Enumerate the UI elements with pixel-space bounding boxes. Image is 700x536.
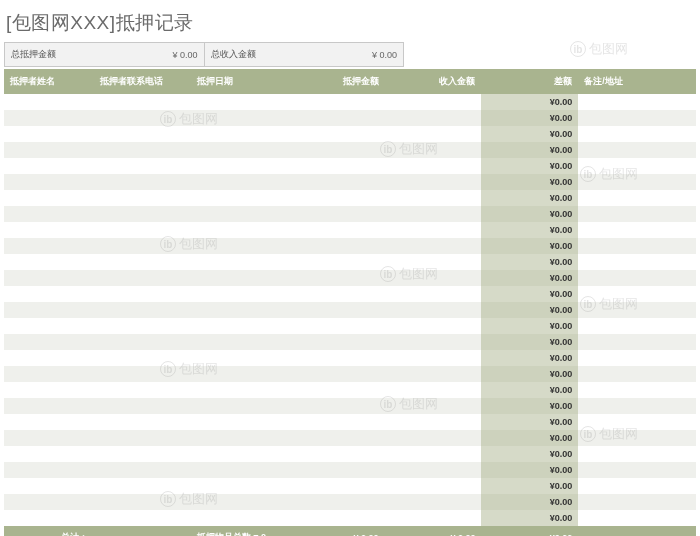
cell-date[interactable] xyxy=(191,350,288,366)
cell-note[interactable] xyxy=(578,254,696,270)
cell-amount[interactable] xyxy=(288,206,385,222)
cell-note[interactable] xyxy=(578,206,696,222)
cell-diff[interactable]: ¥0.00 xyxy=(481,206,578,222)
cell-diff[interactable]: ¥0.00 xyxy=(481,238,578,254)
cell-amount[interactable] xyxy=(288,126,385,142)
table-row[interactable]: ¥0.00 xyxy=(4,510,696,526)
cell-phone[interactable] xyxy=(94,110,191,126)
table-row[interactable]: ¥0.00 xyxy=(4,222,696,238)
cell-name[interactable] xyxy=(4,142,94,158)
cell-date[interactable] xyxy=(191,190,288,206)
cell-amount[interactable] xyxy=(288,270,385,286)
cell-income[interactable] xyxy=(385,478,482,494)
cell-date[interactable] xyxy=(191,158,288,174)
table-row[interactable]: ¥0.00 xyxy=(4,110,696,126)
cell-diff[interactable]: ¥0.00 xyxy=(481,302,578,318)
cell-diff[interactable]: ¥0.00 xyxy=(481,478,578,494)
cell-diff[interactable]: ¥0.00 xyxy=(481,286,578,302)
cell-diff[interactable]: ¥0.00 xyxy=(481,510,578,526)
table-row[interactable]: ¥0.00 xyxy=(4,462,696,478)
cell-phone[interactable] xyxy=(94,238,191,254)
cell-diff[interactable]: ¥0.00 xyxy=(481,190,578,206)
cell-amount[interactable] xyxy=(288,190,385,206)
cell-income[interactable] xyxy=(385,318,482,334)
cell-date[interactable] xyxy=(191,366,288,382)
cell-name[interactable] xyxy=(4,190,94,206)
cell-note[interactable] xyxy=(578,478,696,494)
cell-amount[interactable] xyxy=(288,110,385,126)
cell-name[interactable] xyxy=(4,158,94,174)
cell-name[interactable] xyxy=(4,254,94,270)
cell-note[interactable] xyxy=(578,158,696,174)
table-row[interactable]: ¥0.00 xyxy=(4,158,696,174)
table-row[interactable]: ¥0.00 xyxy=(4,398,696,414)
cell-note[interactable] xyxy=(578,190,696,206)
cell-date[interactable] xyxy=(191,206,288,222)
cell-diff[interactable]: ¥0.00 xyxy=(481,430,578,446)
cell-diff[interactable]: ¥0.00 xyxy=(481,318,578,334)
cell-note[interactable] xyxy=(578,222,696,238)
cell-date[interactable] xyxy=(191,270,288,286)
cell-date[interactable] xyxy=(191,510,288,526)
cell-note[interactable] xyxy=(578,318,696,334)
cell-income[interactable] xyxy=(385,254,482,270)
table-row[interactable]: ¥0.00 xyxy=(4,350,696,366)
cell-amount[interactable] xyxy=(288,318,385,334)
cell-diff[interactable]: ¥0.00 xyxy=(481,494,578,510)
cell-name[interactable] xyxy=(4,382,94,398)
cell-phone[interactable] xyxy=(94,206,191,222)
cell-name[interactable] xyxy=(4,478,94,494)
cell-phone[interactable] xyxy=(94,142,191,158)
cell-note[interactable] xyxy=(578,446,696,462)
cell-name[interactable] xyxy=(4,94,94,110)
cell-date[interactable] xyxy=(191,254,288,270)
cell-name[interactable] xyxy=(4,318,94,334)
cell-date[interactable] xyxy=(191,286,288,302)
cell-amount[interactable] xyxy=(288,158,385,174)
cell-phone[interactable] xyxy=(94,286,191,302)
cell-income[interactable] xyxy=(385,142,482,158)
cell-note[interactable] xyxy=(578,350,696,366)
cell-income[interactable] xyxy=(385,398,482,414)
cell-name[interactable] xyxy=(4,238,94,254)
cell-note[interactable] xyxy=(578,126,696,142)
cell-date[interactable] xyxy=(191,334,288,350)
cell-diff[interactable]: ¥0.00 xyxy=(481,382,578,398)
cell-amount[interactable] xyxy=(288,334,385,350)
cell-phone[interactable] xyxy=(94,414,191,430)
cell-diff[interactable]: ¥0.00 xyxy=(481,350,578,366)
table-row[interactable]: ¥0.00 xyxy=(4,254,696,270)
cell-date[interactable] xyxy=(191,430,288,446)
cell-name[interactable] xyxy=(4,350,94,366)
table-row[interactable]: ¥0.00 xyxy=(4,334,696,350)
cell-phone[interactable] xyxy=(94,158,191,174)
cell-date[interactable] xyxy=(191,222,288,238)
cell-note[interactable] xyxy=(578,398,696,414)
cell-name[interactable] xyxy=(4,366,94,382)
cell-date[interactable] xyxy=(191,318,288,334)
cell-date[interactable] xyxy=(191,126,288,142)
cell-note[interactable] xyxy=(578,238,696,254)
table-row[interactable]: ¥0.00 xyxy=(4,94,696,110)
table-row[interactable]: ¥0.00 xyxy=(4,238,696,254)
cell-date[interactable] xyxy=(191,478,288,494)
table-row[interactable]: ¥0.00 xyxy=(4,190,696,206)
cell-diff[interactable]: ¥0.00 xyxy=(481,126,578,142)
table-row[interactable]: ¥0.00 xyxy=(4,366,696,382)
cell-diff[interactable]: ¥0.00 xyxy=(481,414,578,430)
cell-phone[interactable] xyxy=(94,478,191,494)
cell-phone[interactable] xyxy=(94,382,191,398)
cell-date[interactable] xyxy=(191,446,288,462)
cell-amount[interactable] xyxy=(288,94,385,110)
cell-date[interactable] xyxy=(191,462,288,478)
cell-phone[interactable] xyxy=(94,222,191,238)
cell-phone[interactable] xyxy=(94,446,191,462)
cell-note[interactable] xyxy=(578,334,696,350)
table-row[interactable]: ¥0.00 xyxy=(4,318,696,334)
cell-income[interactable] xyxy=(385,174,482,190)
table-row[interactable]: ¥0.00 xyxy=(4,126,696,142)
cell-income[interactable] xyxy=(385,286,482,302)
cell-income[interactable] xyxy=(385,206,482,222)
cell-phone[interactable] xyxy=(94,190,191,206)
cell-diff[interactable]: ¥0.00 xyxy=(481,446,578,462)
